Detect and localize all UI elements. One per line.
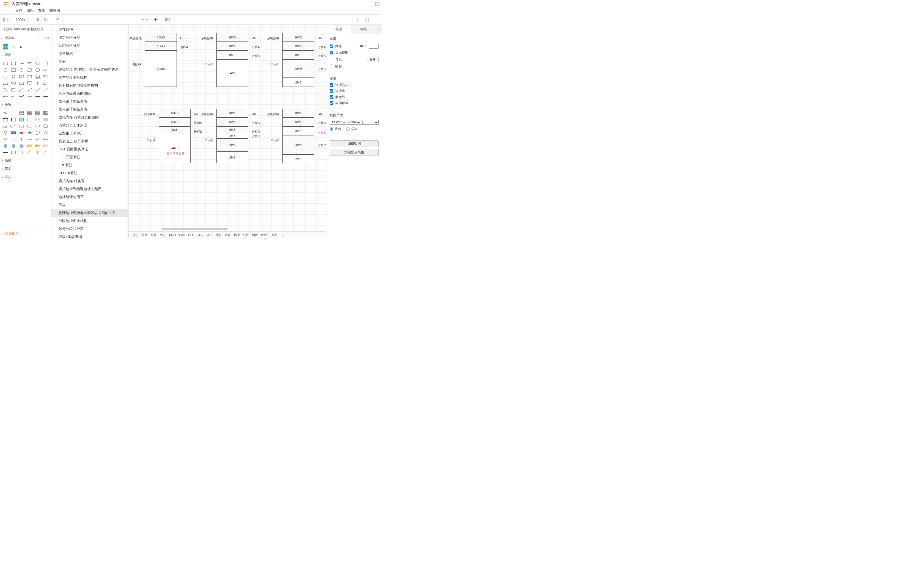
- shape-rect[interactable]: [2, 60, 9, 66]
- shape-conn-c[interactable]: [18, 136, 25, 142]
- page-menu-item[interactable]: 如何分段和分页: [52, 225, 128, 233]
- memory-block[interactable]: 16MB: [283, 33, 314, 42]
- shape-arrow-biconn[interactable]: [18, 87, 25, 93]
- shape-tape[interactable]: [10, 80, 17, 86]
- page-tab[interactable]: OPT: [159, 234, 167, 237]
- shape-card[interactable]: [18, 80, 25, 86]
- page-tab[interactable]: 页表: [150, 233, 158, 237]
- page-menu-item[interactable]: 固定分区分配: [52, 34, 128, 42]
- shape-fill-red[interactable]: [18, 130, 25, 136]
- pageview-checkbox[interactable]: [330, 51, 333, 55]
- shape-doc[interactable]: [18, 74, 25, 80]
- shape-table3[interactable]: [42, 110, 50, 116]
- page-menu-item[interactable]: 物理地址逻辑地址和段表之间的关系: [52, 209, 128, 217]
- shape-textlist[interactable]: [10, 110, 17, 116]
- memory-block[interactable]: 16MB: [216, 118, 248, 126]
- format-panel-toggle[interactable]: [364, 16, 371, 23]
- page-menu-item[interactable]: 具有快表的地址变换机构: [52, 82, 128, 90]
- menu-arrange[interactable]: 调整图: [49, 8, 60, 13]
- shape-list2[interactable]: [18, 110, 25, 116]
- page-menu-item[interactable]: 段表+页表查询: [52, 233, 128, 239]
- shape-storage[interactable]: [26, 74, 33, 80]
- shape-conn4[interactable]: [26, 93, 33, 100]
- page-tab[interactable]: 请求: [131, 233, 140, 237]
- memory-block[interactable]: 32MB: [145, 50, 177, 87]
- shape-lb2[interactable]: [18, 150, 25, 156]
- more-shapes-link[interactable]: + 更多图形...: [0, 229, 51, 239]
- table-button[interactable]: ▾: [164, 16, 171, 23]
- scratchpad-header[interactable]: ▾便笺本 ?+✎×: [0, 34, 51, 42]
- grid-checkbox[interactable]: [330, 45, 333, 48]
- page-menu-item[interactable]: 虚拟地址到物理地址的翻译: [52, 185, 128, 193]
- shape-lb4[interactable]: [34, 150, 41, 156]
- shape-trapezoid[interactable]: [2, 80, 9, 86]
- page-menu-item[interactable]: 逻辑地址 物理地址 和 页表之间的关系: [52, 66, 128, 74]
- page-menu-item[interactable]: 基本地址变换机构: [52, 74, 128, 82]
- shape-step[interactable]: [42, 74, 50, 80]
- ipfs-icon[interactable]: IPFS: [3, 44, 8, 50]
- shape-conn-b[interactable]: [10, 136, 17, 142]
- page-menu-item[interactable]: 交换技术: [52, 50, 128, 58]
- memory-block[interactable]: 20MB: [283, 60, 314, 78]
- shape-conn-f[interactable]: [42, 136, 50, 142]
- shape-cloud[interactable]: [10, 74, 17, 80]
- menu-edit[interactable]: 编辑: [27, 8, 34, 13]
- edit-data-button[interactable]: 编辑数据: [330, 140, 379, 147]
- shape-or[interactable]: [2, 87, 9, 93]
- page-tab[interactable]: 虚拟: [205, 233, 214, 237]
- shape-donut[interactable]: [2, 130, 9, 136]
- memory-block[interactable]: 6MB: [159, 126, 191, 133]
- page-tab[interactable]: 物理: [233, 233, 241, 237]
- shape-process[interactable]: [10, 67, 17, 73]
- portrait-radio[interactable]: [330, 127, 333, 131]
- language-icon[interactable]: 🌐: [375, 2, 379, 6]
- page-menu-item[interactable]: 如何设计两级页表: [52, 98, 128, 105]
- page-tab[interactable]: LRU: [178, 234, 186, 237]
- shape-actor[interactable]: [34, 80, 41, 86]
- memory-block[interactable]: 2MB: [216, 133, 248, 139]
- shape-grid2[interactable]: [42, 116, 50, 122]
- shape-title[interactable]: Title: [2, 110, 9, 116]
- memory-block[interactable]: 20MB: [283, 135, 314, 155]
- shape-line[interactable]: [34, 87, 41, 93]
- memory-block[interactable]: 8MB: [283, 50, 314, 60]
- memory-block[interactable]: 24MB: [159, 133, 191, 163]
- grid-size-input[interactable]: [356, 44, 367, 48]
- shape-rrect2[interactable]: [26, 123, 33, 129]
- shape-conn1[interactable]: [2, 93, 9, 100]
- page-tab[interactable]: CLO: [187, 234, 195, 237]
- page-tab[interactable]: 驻留: [141, 233, 149, 237]
- page-tab[interactable]: 段页: [271, 233, 279, 237]
- page-menu-item[interactable]: CLOCK算法: [52, 169, 128, 177]
- shape-rrect[interactable]: [10, 60, 17, 66]
- general-header[interactable]: ▾通用: [0, 51, 51, 60]
- help-icon[interactable]: ?: [37, 36, 39, 40]
- tab-style[interactable]: 样式: [351, 25, 376, 34]
- shape-callout[interactable]: [26, 80, 33, 86]
- zoom-in-button[interactable]: [34, 16, 41, 23]
- shape-conn3[interactable]: [18, 93, 25, 100]
- shape-rhombus2[interactable]: [42, 130, 50, 136]
- memory-block[interactable]: 16MB: [159, 118, 191, 126]
- shape-circle[interactable]: [2, 67, 9, 73]
- memory-block[interactable]: 8MB: [216, 50, 248, 60]
- shape-conn5[interactable]: [34, 93, 41, 100]
- tab-diagram[interactable]: 绘图: [326, 25, 351, 34]
- page-menu-item[interactable]: FIFO页面算法: [52, 153, 128, 161]
- page-tab[interactable]: 分段: [242, 233, 250, 237]
- page-tab[interactable]: FIFO: [168, 234, 177, 237]
- shape-table[interactable]: [26, 110, 33, 116]
- shape-fill-green[interactable]: [26, 130, 33, 136]
- shape-gear3[interactable]: ⚙️: [18, 143, 25, 149]
- shape-cube[interactable]: [34, 74, 41, 80]
- page-tab[interactable]: 如何: [251, 233, 259, 237]
- h-scrollbar[interactable]: [134, 228, 323, 231]
- autosave-checkbox[interactable]: [330, 102, 333, 105]
- page-menu-item[interactable]: LRU算法: [52, 161, 128, 169]
- bg-checkbox[interactable]: [330, 58, 333, 61]
- shape-diamond[interactable]: [18, 67, 25, 73]
- page-menu-item[interactable]: 如何设计多级页表: [52, 105, 128, 113]
- memory-block[interactable]: 16MB: [283, 109, 314, 118]
- conn-arrows-checkbox[interactable]: [330, 83, 333, 87]
- memory-block[interactable]: 2MB: [283, 78, 314, 87]
